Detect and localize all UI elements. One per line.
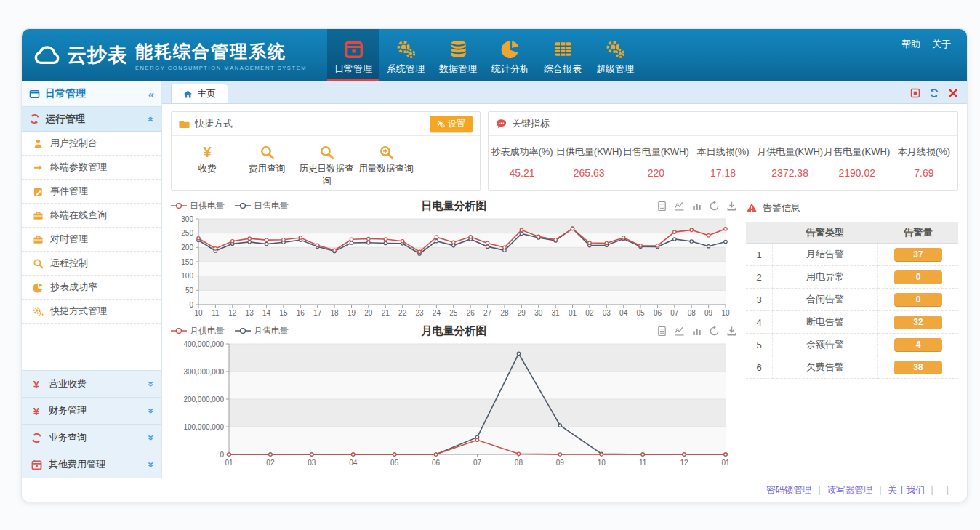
section-label: 财务管理 — [49, 404, 87, 417]
sidebar-section-other-fees[interactable]: 其他费用管理 « — [22, 451, 161, 478]
sidebar-section-business-query[interactable]: 业务查询 « — [22, 424, 161, 451]
svg-text:11: 11 — [212, 309, 220, 317]
svg-text:01: 01 — [721, 459, 730, 467]
chevrons-down-icon[interactable]: « — [144, 435, 156, 441]
sidebar-item-event-management[interactable]: 事件管理 — [22, 180, 161, 204]
sidebar-item-remote-control[interactable]: 远程控制 — [22, 252, 161, 276]
database-icon — [447, 39, 469, 59]
line-chart-icon[interactable] — [674, 326, 685, 337]
sidebar-item-label: 用户控制台 — [50, 137, 97, 150]
alarm-count-badge[interactable]: 0 — [894, 293, 942, 307]
chevrons-down-icon[interactable]: « — [144, 381, 156, 387]
sidebar-section-operation[interactable]: 运行管理 « — [22, 107, 161, 132]
restore-icon[interactable] — [709, 201, 720, 212]
svg-text:14: 14 — [262, 309, 271, 317]
sidebar-item-label: 快捷方式管理 — [50, 305, 107, 318]
reader-management-link[interactable]: 读写器管理 — [827, 484, 873, 497]
search-icon — [237, 143, 297, 161]
yen-icon: ¥ — [31, 405, 42, 417]
svg-text:25: 25 — [449, 309, 458, 317]
nav-item-system-management[interactable]: 系统管理 — [379, 29, 432, 81]
chevrons-up-icon[interactable]: « — [145, 116, 157, 122]
monthly-energy-chart: 月电量分析图 月供电量 月售电量 — [171, 324, 737, 473]
legend-item-daily-sales[interactable]: 日售电量 — [235, 200, 289, 212]
nav-label: 统计分析 — [491, 63, 529, 76]
alarm-count-badge[interactable]: 37 — [894, 248, 942, 262]
chevrons-down-icon[interactable]: « — [144, 462, 156, 467]
alarm-table-header: 告警类型 告警量 — [746, 222, 958, 244]
save-image-icon[interactable] — [726, 326, 737, 337]
nav-item-reports[interactable]: 综合报表 — [537, 29, 589, 81]
monthly-energy-plot[interactable]: 0100,000,000200,000,000300,000,000400,00… — [171, 338, 737, 473]
sidebar-item-shortcut-management[interactable]: 快捷方式管理 — [22, 300, 161, 324]
legend-item-monthly-supply[interactable]: 月供电量 — [171, 325, 225, 337]
svg-text:100: 100 — [181, 272, 193, 280]
alarm-count-badge[interactable]: 4 — [894, 338, 942, 352]
svg-text:400,000,000: 400,000,000 — [183, 340, 224, 348]
sidebar-item-terminal-online[interactable]: 终端在线查询 — [22, 204, 161, 228]
shortcut-fee-query[interactable]: 费用查询 — [237, 143, 297, 188]
alarm-count-badge[interactable]: 32 — [894, 316, 942, 329]
password-lock-link[interactable]: 密码锁管理 — [766, 484, 812, 497]
about-us-link[interactable]: 关于我们 — [888, 484, 925, 497]
nav-item-data-management[interactable]: 数据管理 — [432, 29, 484, 81]
svg-text:19: 19 — [348, 309, 356, 317]
save-image-icon[interactable] — [726, 201, 737, 212]
alarm-row-balance: 5 余额告警 4 — [746, 334, 958, 356]
sidebar-section-finance[interactable]: ¥ 财务管理 « — [22, 397, 161, 424]
refresh-icon[interactable] — [929, 88, 939, 98]
svg-text:10: 10 — [598, 459, 606, 467]
close-icon[interactable] — [948, 88, 958, 98]
gear-icon — [437, 120, 445, 128]
briefcase-icon — [32, 209, 44, 221]
kpi-monthly-supply: 月供电量(KWH)2372.38 — [757, 145, 824, 179]
help-link[interactable]: 帮助 — [901, 38, 920, 51]
nav-item-statistics[interactable]: 统计分析 — [484, 29, 537, 81]
bar-chart-icon[interactable] — [691, 201, 702, 212]
line-chart-icon[interactable] — [674, 201, 685, 212]
bar-chart-icon[interactable] — [691, 326, 702, 337]
alarm-count-badge[interactable]: 0 — [894, 270, 942, 284]
restore-icon[interactable] — [709, 326, 720, 337]
svg-text:250: 250 — [181, 229, 193, 237]
svg-text:07: 07 — [473, 459, 482, 467]
legend-item-daily-supply[interactable]: 日供电量 — [171, 200, 225, 212]
alarm-count-column-header: 告警量 — [878, 222, 959, 244]
home-icon — [183, 89, 193, 99]
sidebar-item-reading-success-rate[interactable]: 抄表成功率 — [22, 276, 161, 300]
svg-text:10: 10 — [194, 309, 203, 317]
daily-energy-plot[interactable]: 0501001502002503001011121314151617181920… — [171, 213, 737, 324]
sidebar-section-billing[interactable]: ¥ 营业收费 « — [22, 370, 161, 397]
shortcut-usage-data[interactable]: 用量数据查询 — [356, 143, 416, 188]
recycle-icon — [29, 113, 40, 124]
sidebar-collapse-icon[interactable]: « — [148, 88, 154, 100]
alarm-row-monthly: 1 月结告警 37 — [746, 244, 958, 266]
app-window: 云抄表 能耗综合管理系统 ENERGY CONSUMPTION MANAGEME… — [22, 29, 967, 502]
nav-item-daily-management[interactable]: 日常管理 — [327, 29, 379, 81]
legend-item-monthly-sales[interactable]: 月售电量 — [235, 325, 289, 337]
app-title: 能耗综合管理系统 — [135, 40, 307, 63]
shortcut-charge[interactable]: ¥ 收费 — [177, 143, 237, 188]
kpi-read-success-rate: 抄表成功率(%)45.21 — [489, 145, 555, 179]
shortcut-history-daily-data[interactable]: 历史日数据查询 — [297, 143, 356, 188]
chat-bubble-icon — [496, 119, 507, 129]
extract-icon[interactable] — [910, 88, 920, 98]
alarm-count-badge[interactable]: 38 — [894, 361, 942, 374]
section-label: 其他费用管理 — [49, 458, 105, 471]
sidebar-item-time-sync[interactable]: 对时管理 — [22, 228, 161, 252]
nav-label: 数据管理 — [439, 63, 477, 76]
tab-actions — [910, 88, 958, 103]
chevrons-down-icon[interactable]: « — [144, 408, 156, 414]
nav-item-super-management[interactable]: 超级管理 — [589, 29, 641, 81]
data-view-icon[interactable] — [656, 201, 667, 212]
sidebar-item-user-console[interactable]: 用户控制台 — [22, 132, 161, 156]
sidebar-item-terminal-params[interactable]: 终端参数管理 — [22, 156, 161, 180]
svg-text:24: 24 — [433, 309, 441, 317]
shortcut-label: 用量数据查询 — [356, 163, 416, 175]
tab-home[interactable]: 主页 — [171, 84, 228, 103]
section-label: 业务查询 — [49, 431, 87, 444]
alarm-row-arrears: 6 欠费告警 38 — [746, 356, 958, 379]
about-link[interactable]: 关于 — [932, 38, 951, 51]
settings-button[interactable]: 设置 — [430, 116, 473, 132]
data-view-icon[interactable] — [656, 326, 667, 337]
